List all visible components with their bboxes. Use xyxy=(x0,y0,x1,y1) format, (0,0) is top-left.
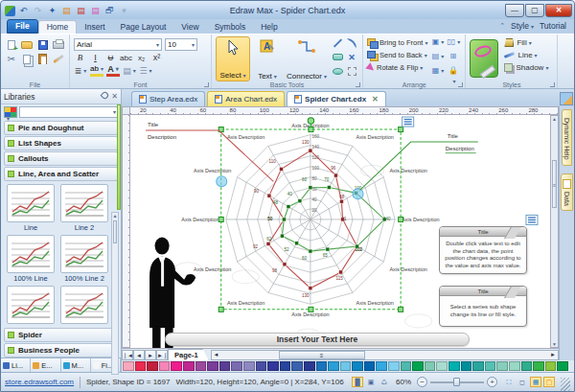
distribute-button[interactable]: ▦ xyxy=(431,65,444,76)
font-name-combo[interactable]: Arial xyxy=(74,38,162,51)
bullets-button[interactable]: ☰ xyxy=(139,64,152,77)
ribbon-tab[interactable]: Home xyxy=(38,20,78,34)
font-style-button[interactable]: I xyxy=(89,53,102,62)
connection-point-handle[interactable] xyxy=(217,176,227,187)
library-section-button[interactable]: Line, Area and Scatter xyxy=(4,167,118,181)
scroll-thumb[interactable]: ≡ xyxy=(552,160,557,208)
library-color-icon[interactable] xyxy=(4,106,17,118)
styles-dialog-launcher[interactable] xyxy=(550,82,555,87)
palette-color-swatch[interactable] xyxy=(461,361,472,371)
shadow-button[interactable]: Shadow xyxy=(504,61,548,74)
qat-dropdown-icon[interactable]: ▾ xyxy=(118,5,130,16)
minimize-button[interactable]: — xyxy=(505,4,524,17)
print-button[interactable] xyxy=(53,38,66,51)
panel-tab[interactable]: Li... xyxy=(1,358,31,372)
palette-color-swatch[interactable] xyxy=(328,361,339,371)
first-page-button[interactable]: ❘◄ xyxy=(122,350,133,360)
arrange-dialog-launcher[interactable] xyxy=(458,82,463,87)
text-tool-button[interactable]: A Text xyxy=(250,36,285,81)
rotation-handle[interactable] xyxy=(308,118,313,124)
palette-color-swatch[interactable] xyxy=(509,361,520,371)
connector-tool-button[interactable]: Connector xyxy=(285,36,329,81)
palette-color-swatch[interactable] xyxy=(485,361,496,371)
palette-color-swatch[interactable] xyxy=(291,361,303,371)
close-button[interactable]: ✕ xyxy=(545,4,572,17)
zoom-out-button[interactable]: − xyxy=(417,377,427,387)
insert-text-banner[interactable]: Insert Your Text Here xyxy=(165,333,470,346)
zoom-slider[interactable] xyxy=(430,381,484,383)
palette-color-swatch[interactable] xyxy=(207,361,218,371)
palette-color-swatch[interactable] xyxy=(364,361,376,371)
paste-button[interactable] xyxy=(36,53,50,65)
panel-tab[interactable]: E... xyxy=(31,358,60,372)
palette-color-swatch[interactable] xyxy=(196,361,207,371)
rotate-flip-button[interactable]: Rotate & Flip xyxy=(367,61,427,74)
fill-button[interactable]: Fill xyxy=(504,36,548,49)
palette-color-swatch[interactable] xyxy=(436,361,448,371)
recent-doc-icon[interactable]: ▤ xyxy=(75,5,87,16)
close-panel-icon[interactable]: ✕ xyxy=(111,92,118,101)
print-view-icon[interactable]: ♺ xyxy=(379,377,390,387)
lock-button[interactable]: 🔒 xyxy=(447,65,459,76)
highlight-button[interactable]: ab xyxy=(90,64,104,77)
ribbon-tab[interactable]: View xyxy=(173,21,206,34)
palette-color-swatch[interactable] xyxy=(256,361,267,371)
palette-color-swatch[interactable] xyxy=(147,361,158,371)
right-title-callout[interactable]: Title Description xyxy=(360,133,478,190)
palette-color-swatch[interactable] xyxy=(171,361,182,371)
navigate-icon[interactable]: ✦ xyxy=(46,5,58,16)
style-menu[interactable]: Style xyxy=(511,21,534,31)
maximize-button[interactable]: ▢ xyxy=(525,4,544,17)
data-tab[interactable]: Data xyxy=(561,173,573,212)
palette-color-swatch[interactable] xyxy=(496,361,508,371)
canvas-vertical-scrollbar[interactable]: ▲ ≡ ▼ xyxy=(550,115,559,348)
ribbon-tab[interactable]: Insert xyxy=(77,21,112,34)
selection-box[interactable] xyxy=(217,117,538,311)
normal-view-icon[interactable]: ▐▌ xyxy=(352,377,363,387)
library-search-combo[interactable] xyxy=(19,106,118,118)
library-section-button[interactable]: Callouts xyxy=(4,151,118,166)
new-document-button[interactable] xyxy=(5,38,18,51)
ribbon-tab[interactable]: Symbols xyxy=(207,21,254,34)
template-doc-icon[interactable]: ▤ xyxy=(89,5,102,16)
shape-thumbnail[interactable]: Line xyxy=(7,184,55,232)
palette-color-swatch[interactable] xyxy=(388,361,400,371)
line-button[interactable]: Line xyxy=(504,49,548,61)
resize-grip[interactable] xyxy=(561,378,570,391)
dynamic-help-tab[interactable]: Dynamic Help xyxy=(562,109,572,166)
rectangle-tool-icon[interactable] xyxy=(331,51,344,63)
select-tool-button[interactable]: Select xyxy=(216,36,250,81)
store-link[interactable]: store.edrawsoft.com xyxy=(5,378,74,386)
font-color-button[interactable]: A xyxy=(106,64,120,77)
format-painter-button[interactable] xyxy=(53,53,66,65)
palette-color-swatch[interactable] xyxy=(545,361,557,371)
businessman-silhouette[interactable] xyxy=(150,238,196,348)
palette-color-swatch[interactable] xyxy=(219,361,231,371)
collapse-ribbon-icon[interactable]: ⌃ xyxy=(499,22,505,30)
pan-window-icon[interactable]: ▢ xyxy=(543,377,555,387)
scroll-thumb[interactable]: ≡ xyxy=(279,351,365,359)
close-tab-icon[interactable]: ✕ xyxy=(372,95,379,104)
line-tool-icon[interactable] xyxy=(331,36,344,49)
align-button[interactable]: ▤ xyxy=(431,51,444,61)
scroll-down-icon[interactable]: ▼ xyxy=(551,341,558,347)
palette-color-swatch[interactable] xyxy=(243,361,255,371)
center-button[interactable]: ⊞ xyxy=(447,51,459,61)
last-page-button[interactable]: ►❘ xyxy=(156,350,168,360)
palette-color-swatch[interactable] xyxy=(267,361,279,371)
font-style-button[interactable]: x² xyxy=(150,53,163,62)
palette-color-swatch[interactable] xyxy=(231,361,242,371)
palette-color-swatch[interactable] xyxy=(352,361,363,371)
palette-color-swatch[interactable] xyxy=(521,361,533,371)
palette-color-swatch[interactable] xyxy=(340,361,352,371)
columns-button[interactable]: ▯▯ xyxy=(447,36,459,47)
palette-color-swatch[interactable] xyxy=(425,361,436,371)
font-style-button[interactable]: U xyxy=(104,54,117,62)
library-scrollbar[interactable] xyxy=(111,212,119,375)
align-text-button[interactable]: ▤ xyxy=(123,64,136,77)
canvas-horizontal-scrollbar[interactable]: ◄ ≡ ► xyxy=(211,350,559,360)
drawing-canvas[interactable]: Axis DescriptionAxis DescriptionAxis Des… xyxy=(130,115,550,348)
group-button[interactable]: ▣ xyxy=(431,36,444,47)
redo-icon[interactable]: ↷ xyxy=(32,5,44,16)
library-section-button[interactable]: Spider xyxy=(4,328,118,342)
